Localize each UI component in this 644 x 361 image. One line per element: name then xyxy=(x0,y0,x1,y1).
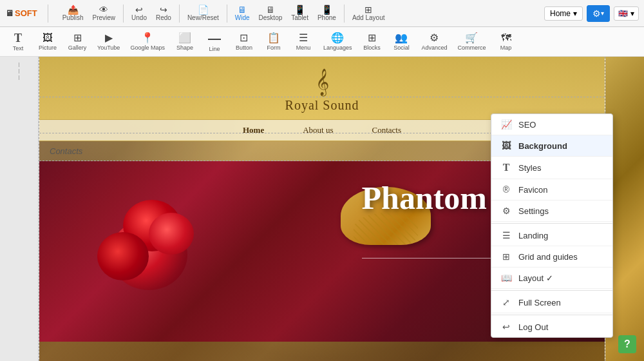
full-screen-icon: ⤢ xyxy=(500,297,512,307)
redo-button[interactable]: ↪ Redo xyxy=(152,4,175,23)
favicon-label: Favicon xyxy=(518,185,548,195)
languages-label: Languages xyxy=(323,44,352,51)
shape-icon: ⬜ xyxy=(178,33,191,43)
dropdown-favicon[interactable]: ® Favicon xyxy=(491,179,612,200)
dropdown-seo[interactable]: 📈 SEO xyxy=(491,114,612,135)
map-tool[interactable]: 🗺 Map xyxy=(492,31,520,53)
help-label: ? xyxy=(624,338,630,350)
log-out-icon: ↩ xyxy=(500,322,512,332)
desktop-button[interactable]: 🖥 Desktop xyxy=(255,4,287,23)
settings-dropdown-menu: 📈 SEO 🖼 Background T Styles ® Favicon ⚙ … xyxy=(491,113,613,338)
toolbar-sep-5 xyxy=(344,5,345,23)
picture-label: Picture xyxy=(39,44,57,51)
line-tool[interactable]: — Line xyxy=(200,30,229,54)
form-icon: 📋 xyxy=(267,33,280,43)
dropdown-background[interactable]: 🖼 Background xyxy=(491,135,612,157)
language-button[interactable]: 🇬🇧 ▾ xyxy=(614,6,639,21)
youtube-tool[interactable]: ▶ YouTube xyxy=(93,31,124,53)
log-out-label: Log Out xyxy=(518,322,548,332)
google-maps-tool[interactable]: 📍 Google Maps xyxy=(126,31,169,53)
wide-label: Wide xyxy=(235,14,250,21)
google-maps-label: Google Maps xyxy=(130,44,165,51)
advanced-label: Advanced xyxy=(421,44,447,51)
dropdown-log-out[interactable]: ↩ Log Out xyxy=(491,317,612,337)
text-label: Text xyxy=(13,45,24,52)
landing-icon: ☰ xyxy=(500,230,512,240)
advanced-tool[interactable]: ⚙ Advanced xyxy=(417,31,451,53)
dropdown-layout[interactable]: 📖 Layout ✓ xyxy=(491,268,612,289)
blocks-label: Blocks xyxy=(363,44,381,51)
gear-chevron-icon: ▾ xyxy=(601,10,604,17)
redo-label: Redo xyxy=(156,14,171,21)
brand-logo: 🖥 SOFT xyxy=(5,8,37,18)
dropdown-styles[interactable]: T Styles xyxy=(491,157,612,179)
add-layout-button[interactable]: ⊞ Add Layout xyxy=(348,4,389,23)
blocks-tool[interactable]: ⊞ Blocks xyxy=(357,31,386,53)
commerce-tool[interactable]: 🛒 Commerce xyxy=(453,31,490,53)
seo-label: SEO xyxy=(518,120,536,130)
social-tool[interactable]: 👥 Social xyxy=(387,31,415,53)
ruler-mark: | xyxy=(18,68,19,73)
gallery-icon: ⊞ xyxy=(73,33,82,43)
grid-guides-icon: ⊞ xyxy=(500,251,512,262)
button-tool[interactable]: ⊡ Button xyxy=(230,31,258,53)
dropdown-sep-2 xyxy=(491,290,612,291)
dropdown-grid-guides[interactable]: ⊞ Grid and guides xyxy=(491,246,612,268)
redo-icon: ↪ xyxy=(160,5,167,14)
shape-tool[interactable]: ⬜ Shape xyxy=(171,31,199,53)
dropdown-landing[interactable]: ☰ Landing xyxy=(491,225,612,246)
add-layout-label: Add Layout xyxy=(352,14,385,21)
toolbar-right: Home ▾ ⚙ ▾ 🇬🇧 ▾ xyxy=(544,5,639,22)
nav-about[interactable]: About us xyxy=(303,125,333,135)
nav-contacts[interactable]: Contacts xyxy=(372,125,402,135)
gallery-tool[interactable]: ⊞ Gallery xyxy=(63,31,91,53)
tools-toolbar: T Text 🖼 Picture ⊞ Gallery ▶ YouTube 📍 G… xyxy=(0,27,644,57)
dropdown-full-screen[interactable]: ⤢ Full Screen xyxy=(491,292,612,313)
languages-tool[interactable]: 🌐 Languages xyxy=(319,31,357,53)
settings-icon: ⚙ xyxy=(500,206,512,216)
left-ruler: | | | xyxy=(0,57,39,361)
flag-icon: 🇬🇧 xyxy=(618,9,628,18)
picture-icon: 🖼 xyxy=(43,33,53,43)
seo-icon: 📈 xyxy=(500,119,512,130)
picture-tool[interactable]: 🖼 Picture xyxy=(33,31,62,53)
preview-label: Preview xyxy=(92,14,115,21)
text-tool[interactable]: T Text xyxy=(4,30,32,54)
form-tool[interactable]: 📋 Form xyxy=(260,31,288,53)
preview-button[interactable]: 👁 Preview xyxy=(88,4,119,23)
desktop-label: Desktop xyxy=(259,14,283,21)
layout-icon: 📖 xyxy=(500,273,512,283)
new-reset-button[interactable]: 📄 New/Reset xyxy=(184,4,223,23)
text-icon: T xyxy=(14,32,22,44)
blocks-icon: ⊞ xyxy=(368,33,376,43)
undo-label: Undo xyxy=(131,14,147,21)
lang-chevron-icon: ▾ xyxy=(630,9,634,18)
undo-button[interactable]: ↩ Undo xyxy=(128,4,151,23)
gear-button[interactable]: ⚙ ▾ xyxy=(587,5,610,22)
publish-icon: 📤 xyxy=(68,5,79,14)
help-button[interactable]: ? xyxy=(618,335,636,353)
menu-label: Menu xyxy=(296,44,311,51)
tablet-label: Tablet xyxy=(291,14,308,21)
brand-icon: 🖥 xyxy=(5,8,14,18)
phone-button[interactable]: 📱 Phone xyxy=(314,4,340,23)
line-icon: — xyxy=(208,32,221,44)
menu-tool[interactable]: ☰ Menu xyxy=(289,31,317,53)
commerce-label: Commerce xyxy=(457,44,486,51)
dropdown-settings[interactable]: ⚙ Settings xyxy=(491,200,612,222)
home-dropdown[interactable]: Home ▾ xyxy=(544,6,583,21)
nav-home[interactable]: Home xyxy=(243,125,264,135)
tablet-button[interactable]: 📱 Tablet xyxy=(287,4,312,23)
publish-button[interactable]: 📤 Publish xyxy=(59,4,88,23)
youtube-icon: ▶ xyxy=(105,33,113,43)
toolbar-sep-2 xyxy=(123,5,124,23)
landing-label: Landing xyxy=(518,231,548,240)
site-header: 𝄞 Royal Sound xyxy=(39,57,605,119)
ruler-mark: | xyxy=(18,62,19,67)
wide-button[interactable]: 🖥 Wide xyxy=(231,4,254,23)
home-chevron-icon: ▾ xyxy=(573,9,577,18)
site-title: Royal Sound xyxy=(39,98,605,113)
rose-petal3 xyxy=(149,213,194,255)
form-label: Form xyxy=(267,44,280,51)
commerce-icon: 🛒 xyxy=(465,33,478,43)
